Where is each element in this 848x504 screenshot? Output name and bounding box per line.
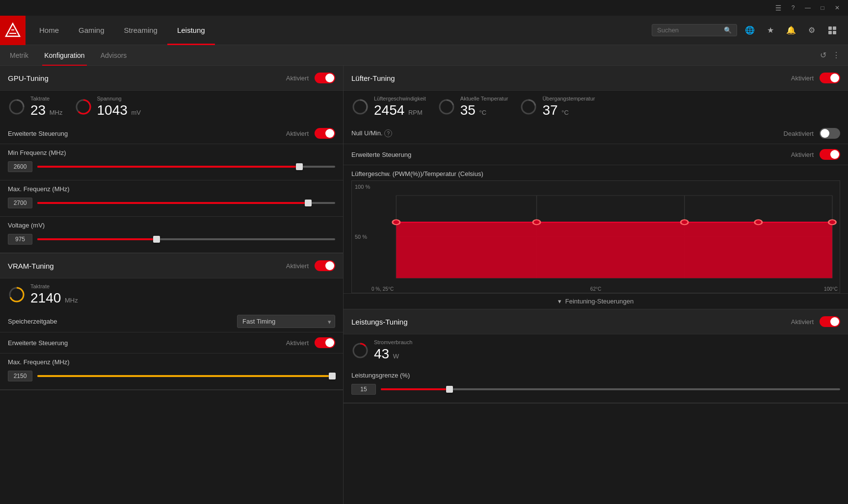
vram-erweiterte-toggle[interactable] [315,337,335,348]
maximize-btn[interactable]: □ [816,1,829,15]
bell-icon-btn[interactable]: 🔔 [783,23,799,38]
leistungs-grenze-thumb[interactable] [446,386,453,393]
main-content: GPU-Tuning Aktiviert Taktrate 23 [0,66,848,504]
gpu-voltage-track[interactable] [37,238,335,240]
gpu-max-freq-row: 2700 [8,198,335,208]
gpu-tuning-header: GPU-Tuning Aktiviert [0,66,343,91]
luefter-tuning-toggle[interactable] [820,73,840,83]
vram-tuning-status: Aktiviert [286,262,309,270]
nav-streaming[interactable]: Streaming [114,16,167,45]
search-input[interactable] [657,26,721,34]
svg-rect-9 [833,31,836,34]
svg-rect-2 [776,10,781,10]
leistungs-grenze-section: Leistungsgrenze (%) 15 [344,367,848,403]
feintuning-row[interactable]: ▾ Feintuning-Steuerungen [344,293,848,309]
strom-unit: W [393,353,399,360]
luefter-geschw-label: Lüftergeschwindigkeit [374,96,426,101]
luefter-uebergang-value: 37 [542,102,557,118]
sub-nav: Metrik Konfiguration Advisors ↺ ⋮ [0,45,848,66]
luefter-tuning-status: Aktiviert [791,75,814,82]
refresh-icon[interactable]: ↺ [820,50,826,60]
fan-chart-svg [352,181,840,293]
title-bar: ? — □ ✕ [0,0,848,16]
svg-rect-7 [833,26,836,30]
vram-taktrate-dial [8,286,26,303]
strom-value: 43 [374,346,389,361]
gpu-voltage-thumb[interactable] [153,236,160,243]
leistungs-grenze-value: 15 [351,384,376,395]
left-panel: GPU-Tuning Aktiviert Taktrate 23 [0,66,344,504]
gpu-tuning-title: GPU-Tuning [8,74,286,82]
null-info-icon[interactable]: ? [384,129,392,137]
fan-chart-x-start: 0 %, 25°C [371,286,394,292]
gpu-tuning-toggle[interactable] [315,73,335,83]
right-panel: Lüfter-Tuning Aktiviert Lüftergeschwindi… [344,66,848,504]
minimize-btn[interactable]: — [801,1,815,15]
gpu-min-freq-track[interactable] [37,166,335,168]
help-btn[interactable]: ? [786,1,800,15]
luefter-uebergang-label: Übergangstemperatur [542,96,595,101]
nav-bar: Home Gaming Streaming Leistung 🔍 🌐 ★ 🔔 ⚙ [0,16,848,45]
vram-max-freq-thumb[interactable] [329,373,336,379]
nav-home[interactable]: Home [29,16,69,45]
vram-speicher-label: Speicherzeitgabe [8,318,237,325]
settings-titlebar-btn[interactable] [771,1,785,15]
leistungs-grenze-fill [381,388,450,390]
svg-point-31 [533,220,540,225]
globe-icon-btn[interactable]: 🌐 [742,23,758,38]
nav-right: 🔍 🌐 ★ 🔔 ⚙ [652,23,848,38]
gear-icon-btn[interactable]: ⚙ [804,23,820,38]
gpu-min-freq-section: Min Frequenz (MHz) 2600 [0,144,343,180]
vram-erweiterte-label: Erweiterte Steuerung [8,339,286,347]
vram-taktrate-label: Taktrate [30,283,78,289]
vram-taktrate-value: 2140 [30,290,61,305]
leistungs-metrics-row: Stromverbrauch 43 W [344,334,848,367]
feintuning-label: Feintuning-Steuerungen [565,298,634,305]
svg-rect-8 [828,31,832,34]
gpu-voltage-section: Voltage (mV) 975 [0,217,343,253]
vram-speicher-select[interactable]: Fast Timing Normal Safe [237,315,335,328]
luefter-null-row: Null U/Min. ? Deaktiviert [344,123,848,144]
gpu-min-freq-row: 2600 [8,161,335,172]
vram-erweiterte-status: Aktiviert [286,339,309,347]
gpu-min-freq-value: 2600 [8,161,32,172]
luefter-temp-label: Aktuelle Temperatur [460,96,508,101]
gpu-taktrate-dial [8,98,26,116]
svg-point-30 [393,220,400,225]
gpu-erweiterte-toggle[interactable] [315,128,335,139]
gpu-min-freq-thumb[interactable] [296,163,303,170]
subnav-advisors[interactable]: Advisors [99,45,129,66]
vram-max-freq-value: 2150 [8,371,32,381]
strom-item: Stromverbrauch 43 W [351,339,412,362]
gpu-voltage-fill [37,238,157,240]
leistungs-tuning-toggle[interactable] [820,316,840,327]
gpu-erweiterte-row: Erweiterte Steuerung Aktiviert [0,123,343,144]
fan-chart-container[interactable]: 100 % 50 % [351,180,840,293]
fan-chart-title-row: Lüftergeschw. (PWM(%))/Temperatur (Celsi… [344,165,848,180]
gpu-spannung-value: 1043 [97,102,128,118]
vram-tuning-toggle[interactable] [315,260,335,271]
vram-max-freq-track[interactable] [37,375,335,377]
close-btn[interactable]: ✕ [830,1,844,15]
luefter-erweiterte-toggle[interactable] [820,149,840,160]
gpu-max-freq-label: Max. Frequenz (MHz) [8,185,335,193]
gpu-spannung-unit: mV [131,109,141,116]
luefter-tuning-title: Lüfter-Tuning [351,74,791,82]
nav-gaming[interactable]: Gaming [69,16,114,45]
subnav-metrik[interactable]: Metrik [8,45,30,66]
account-icon-btn[interactable] [824,23,840,38]
more-icon[interactable]: ⋮ [832,50,840,60]
gpu-max-freq-thumb[interactable] [305,200,312,206]
nav-leistung[interactable]: Leistung [167,16,215,45]
subnav-konfiguration[interactable]: Konfiguration [42,45,87,66]
leistungs-grenze-track[interactable] [381,388,840,390]
gpu-max-freq-track[interactable] [37,202,335,204]
svg-point-32 [681,220,688,225]
luefter-geschw-unit: RPM [408,109,423,116]
search-box[interactable]: 🔍 [652,24,737,36]
star-icon-btn[interactable]: ★ [763,23,778,38]
svg-rect-6 [828,26,832,30]
luefter-null-toggle[interactable] [820,128,840,139]
nav-links: Home Gaming Streaming Leistung [29,16,215,45]
luefter-temp-value: 35 [460,102,476,118]
